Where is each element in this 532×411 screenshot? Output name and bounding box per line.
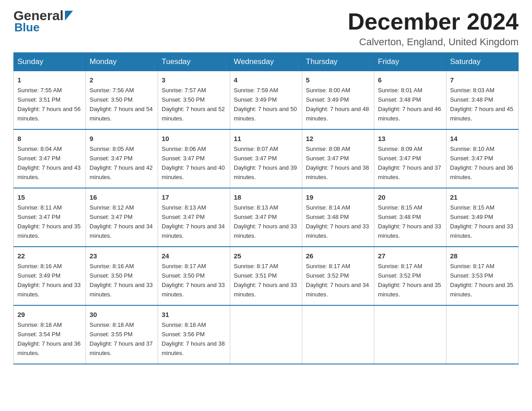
day-info: Sunrise: 8:01 AMSunset: 3:48 PMDaylight:… bbox=[378, 87, 441, 122]
table-row: 4 Sunrise: 7:59 AMSunset: 3:49 PMDayligh… bbox=[230, 71, 302, 129]
day-info: Sunrise: 7:56 AMSunset: 3:50 PMDaylight:… bbox=[90, 87, 153, 122]
header-thursday: Thursday bbox=[302, 53, 374, 71]
day-number: 22 bbox=[17, 251, 82, 261]
day-number: 30 bbox=[90, 309, 154, 320]
month-title: December 2024 bbox=[348, 9, 519, 34]
day-info: Sunrise: 8:17 AMSunset: 3:51 PMDaylight:… bbox=[234, 263, 297, 298]
table-row: 6 Sunrise: 8:01 AMSunset: 3:48 PMDayligh… bbox=[374, 71, 446, 129]
table-row: 5 Sunrise: 8:00 AMSunset: 3:49 PMDayligh… bbox=[302, 71, 374, 129]
day-info: Sunrise: 8:13 AMSunset: 3:47 PMDaylight:… bbox=[234, 204, 297, 239]
table-row: 17 Sunrise: 8:13 AMSunset: 3:47 PMDaylig… bbox=[158, 188, 230, 247]
day-info: Sunrise: 8:17 AMSunset: 3:53 PMDaylight:… bbox=[450, 263, 513, 298]
day-info: Sunrise: 7:57 AMSunset: 3:50 PMDaylight:… bbox=[162, 87, 225, 122]
header-friday: Friday bbox=[374, 53, 446, 71]
location-subtitle: Calverton, England, United Kingdom bbox=[348, 36, 519, 48]
day-number: 2 bbox=[90, 75, 154, 85]
day-info: Sunrise: 8:18 AMSunset: 3:56 PMDaylight:… bbox=[162, 321, 225, 356]
logo-arrow-icon bbox=[65, 11, 73, 22]
calendar-header-row: Sunday Monday Tuesday Wednesday Thursday… bbox=[14, 53, 519, 71]
table-row: 11 Sunrise: 8:07 AMSunset: 3:47 PMDaylig… bbox=[230, 129, 302, 188]
day-number: 15 bbox=[17, 192, 82, 202]
header-sunday: Sunday bbox=[14, 53, 86, 71]
day-info: Sunrise: 8:07 AMSunset: 3:47 PMDaylight:… bbox=[234, 146, 297, 180]
day-number: 10 bbox=[162, 133, 226, 144]
day-number: 3 bbox=[162, 75, 226, 85]
day-number: 21 bbox=[450, 192, 515, 202]
day-info: Sunrise: 8:18 AMSunset: 3:54 PMDaylight:… bbox=[17, 321, 81, 356]
table-row: 25 Sunrise: 8:17 AMSunset: 3:51 PMDaylig… bbox=[230, 247, 302, 305]
day-info: Sunrise: 8:04 AMSunset: 3:47 PMDaylight:… bbox=[17, 146, 81, 180]
day-info: Sunrise: 8:00 AMSunset: 3:49 PMDaylight:… bbox=[306, 87, 369, 122]
day-info: Sunrise: 8:12 AMSunset: 3:47 PMDaylight:… bbox=[90, 204, 153, 239]
table-row: 10 Sunrise: 8:06 AMSunset: 3:47 PMDaylig… bbox=[158, 129, 230, 188]
day-number: 17 bbox=[162, 192, 226, 202]
table-row: 29 Sunrise: 8:18 AMSunset: 3:54 PMDaylig… bbox=[14, 305, 86, 364]
day-info: Sunrise: 8:16 AMSunset: 3:49 PMDaylight:… bbox=[17, 263, 81, 298]
table-row: 23 Sunrise: 8:16 AMSunset: 3:50 PMDaylig… bbox=[86, 247, 158, 305]
table-row: 15 Sunrise: 8:11 AMSunset: 3:47 PMDaylig… bbox=[14, 188, 86, 247]
header-monday: Monday bbox=[86, 53, 158, 71]
table-row: 1 Sunrise: 7:55 AMSunset: 3:51 PMDayligh… bbox=[14, 71, 86, 129]
table-row: 12 Sunrise: 8:08 AMSunset: 3:47 PMDaylig… bbox=[302, 129, 374, 188]
day-info: Sunrise: 7:55 AMSunset: 3:51 PMDaylight:… bbox=[17, 87, 81, 122]
day-info: Sunrise: 8:10 AMSunset: 3:47 PMDaylight:… bbox=[450, 146, 513, 180]
day-number: 20 bbox=[378, 192, 442, 202]
day-info: Sunrise: 8:11 AMSunset: 3:47 PMDaylight:… bbox=[17, 204, 81, 239]
day-number: 8 bbox=[17, 133, 82, 144]
title-area: December 2024 Calverton, England, United… bbox=[348, 9, 519, 48]
day-info: Sunrise: 8:13 AMSunset: 3:47 PMDaylight:… bbox=[162, 204, 225, 239]
table-row: 8 Sunrise: 8:04 AMSunset: 3:47 PMDayligh… bbox=[14, 129, 86, 188]
day-number: 6 bbox=[378, 75, 442, 85]
day-info: Sunrise: 8:09 AMSunset: 3:47 PMDaylight:… bbox=[378, 146, 441, 180]
table-row bbox=[446, 305, 519, 364]
day-info: Sunrise: 8:16 AMSunset: 3:50 PMDaylight:… bbox=[90, 263, 153, 298]
table-row: 13 Sunrise: 8:09 AMSunset: 3:47 PMDaylig… bbox=[374, 129, 446, 188]
page-header: General Blue December 2024 Calverton, En… bbox=[13, 9, 519, 48]
table-row bbox=[374, 305, 446, 364]
day-number: 11 bbox=[234, 133, 298, 144]
calendar-week-row: 29 Sunrise: 8:18 AMSunset: 3:54 PMDaylig… bbox=[14, 305, 519, 364]
day-number: 1 bbox=[17, 75, 82, 85]
day-number: 27 bbox=[378, 251, 442, 261]
table-row: 18 Sunrise: 8:13 AMSunset: 3:47 PMDaylig… bbox=[230, 188, 302, 247]
day-info: Sunrise: 8:15 AMSunset: 3:49 PMDaylight:… bbox=[450, 204, 513, 239]
day-number: 4 bbox=[234, 75, 298, 85]
day-info: Sunrise: 8:17 AMSunset: 3:50 PMDaylight:… bbox=[162, 263, 225, 298]
table-row: 31 Sunrise: 8:18 AMSunset: 3:56 PMDaylig… bbox=[158, 305, 230, 364]
day-info: Sunrise: 8:14 AMSunset: 3:48 PMDaylight:… bbox=[306, 204, 369, 239]
day-info: Sunrise: 7:59 AMSunset: 3:49 PMDaylight:… bbox=[234, 87, 297, 122]
table-row: 14 Sunrise: 8:10 AMSunset: 3:47 PMDaylig… bbox=[446, 129, 519, 188]
logo-area: General Blue bbox=[13, 9, 73, 34]
day-number: 23 bbox=[90, 251, 154, 261]
table-row: 7 Sunrise: 8:03 AMSunset: 3:48 PMDayligh… bbox=[446, 71, 519, 129]
day-number: 19 bbox=[306, 192, 370, 202]
calendar-week-row: 22 Sunrise: 8:16 AMSunset: 3:49 PMDaylig… bbox=[14, 247, 519, 305]
calendar-table: Sunday Monday Tuesday Wednesday Thursday… bbox=[13, 52, 519, 364]
day-info: Sunrise: 8:18 AMSunset: 3:55 PMDaylight:… bbox=[90, 321, 153, 356]
table-row: 19 Sunrise: 8:14 AMSunset: 3:48 PMDaylig… bbox=[302, 188, 374, 247]
header-saturday: Saturday bbox=[446, 53, 519, 71]
day-info: Sunrise: 8:05 AMSunset: 3:47 PMDaylight:… bbox=[90, 146, 153, 180]
day-info: Sunrise: 8:17 AMSunset: 3:52 PMDaylight:… bbox=[378, 263, 441, 298]
day-number: 25 bbox=[234, 251, 298, 261]
table-row: 28 Sunrise: 8:17 AMSunset: 3:53 PMDaylig… bbox=[446, 247, 519, 305]
table-row: 3 Sunrise: 7:57 AMSunset: 3:50 PMDayligh… bbox=[158, 71, 230, 129]
table-row: 22 Sunrise: 8:16 AMSunset: 3:49 PMDaylig… bbox=[14, 247, 86, 305]
day-info: Sunrise: 8:17 AMSunset: 3:52 PMDaylight:… bbox=[306, 263, 369, 298]
day-info: Sunrise: 8:15 AMSunset: 3:48 PMDaylight:… bbox=[378, 204, 441, 239]
day-info: Sunrise: 8:03 AMSunset: 3:48 PMDaylight:… bbox=[450, 87, 513, 122]
table-row: 20 Sunrise: 8:15 AMSunset: 3:48 PMDaylig… bbox=[374, 188, 446, 247]
day-info: Sunrise: 8:08 AMSunset: 3:47 PMDaylight:… bbox=[306, 146, 369, 180]
day-number: 14 bbox=[450, 133, 515, 144]
header-wednesday: Wednesday bbox=[230, 53, 302, 71]
calendar-week-row: 1 Sunrise: 7:55 AMSunset: 3:51 PMDayligh… bbox=[14, 71, 519, 129]
day-number: 5 bbox=[306, 75, 370, 85]
table-row bbox=[230, 305, 302, 364]
day-number: 31 bbox=[162, 309, 226, 320]
table-row: 24 Sunrise: 8:17 AMSunset: 3:50 PMDaylig… bbox=[158, 247, 230, 305]
day-number: 12 bbox=[306, 133, 370, 144]
table-row: 30 Sunrise: 8:18 AMSunset: 3:55 PMDaylig… bbox=[86, 305, 158, 364]
svg-marker-0 bbox=[65, 11, 73, 21]
table-row: 9 Sunrise: 8:05 AMSunset: 3:47 PMDayligh… bbox=[86, 129, 158, 188]
day-info: Sunrise: 8:06 AMSunset: 3:47 PMDaylight:… bbox=[162, 146, 225, 180]
